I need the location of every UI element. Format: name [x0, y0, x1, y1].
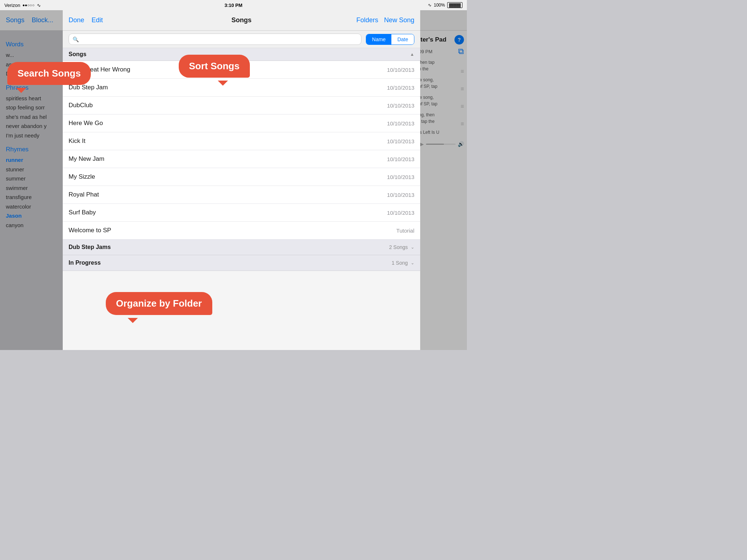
song-date: 10/10/2013 — [387, 85, 414, 91]
folder-meta-1: 2 Songs ⌄ — [389, 244, 414, 250]
songs-group-header[interactable]: Songs ▲ — [63, 48, 420, 61]
song-date: 10/10/2013 — [387, 67, 414, 73]
song-date: 10/10/2013 — [387, 120, 414, 127]
folder-row-1[interactable]: Dub Step Jams 2 Songs ⌄ — [63, 240, 420, 255]
table-row[interactable]: Here We Go 10/10/2013 — [63, 114, 420, 132]
songs-group-meta: ▲ — [410, 52, 414, 57]
modal-nav-right: Folders New Song — [356, 16, 414, 24]
signal-icon: ●●○○○ — [22, 3, 34, 7]
table-row[interactable]: Dub Step Jam 10/10/2013 — [63, 79, 420, 97]
table-row[interactable]: My New Jam 10/10/2013 — [63, 150, 420, 168]
bluetooth-icon: ∿ — [428, 3, 431, 8]
battery-label: 100% — [434, 3, 445, 8]
edit-button[interactable]: Edit — [92, 16, 103, 24]
folder-row-2[interactable]: In Progress 1 Song ⌄ — [63, 255, 420, 271]
songs-list: Songs ▲ Don't Treat Her Wrong 10/10/2013… — [63, 48, 420, 350]
folder-count-2: 1 Song — [392, 260, 408, 266]
song-name: Surf Baby — [69, 209, 96, 216]
song-date: 10/10/2013 — [387, 210, 414, 216]
status-right: ∿ 100% ▓▓▓▓ — [428, 2, 462, 8]
folder-name-1: Dub Step Jams — [69, 244, 111, 250]
sort-by-date-button[interactable]: Date — [391, 34, 414, 44]
search-icon: 🔍 — [73, 36, 79, 42]
song-date: 10/10/2013 — [387, 174, 414, 180]
carrier-label: Verizon — [4, 3, 20, 8]
search-input[interactable] — [81, 36, 357, 42]
folder-name-2: In Progress — [69, 260, 101, 266]
table-row[interactable]: My Sizzle 10/10/2013 — [63, 168, 420, 186]
song-name: My Sizzle — [69, 173, 95, 180]
folder-meta-2: 1 Song ⌄ — [392, 260, 414, 266]
folders-button[interactable]: Folders — [356, 16, 378, 24]
search-input-wrap[interactable]: 🔍 — [69, 34, 361, 45]
table-row[interactable]: DubClub 10/10/2013 — [63, 97, 420, 114]
folder-chevron-1: ⌄ — [411, 245, 414, 250]
new-song-button[interactable]: New Song — [384, 16, 414, 24]
songs-group-title: Songs — [69, 51, 86, 58]
song-name: Kick It — [69, 137, 85, 145]
song-name: Here We Go — [69, 120, 103, 127]
status-bar: Verizon ●●○○○ ∿ 3:10 PM ∿ 100% ▓▓▓▓ — [0, 0, 467, 10]
wifi-icon: ∿ — [37, 3, 41, 8]
song-date: 10/10/2013 — [387, 156, 414, 162]
folder-count-1: 2 Songs — [389, 244, 408, 250]
sort-toggle: Name Date — [366, 34, 414, 45]
song-name: Don't Treat Her Wrong — [69, 66, 130, 73]
modal-title: Songs — [231, 16, 251, 24]
song-name: Dub Step Jam — [69, 84, 108, 91]
song-date: 10/10/2013 — [387, 102, 414, 109]
table-row[interactable]: Surf Baby 10/10/2013 — [63, 204, 420, 222]
song-name: My New Jam — [69, 155, 104, 163]
table-row[interactable]: Royal Phat 10/10/2013 — [63, 186, 420, 204]
table-row[interactable]: Welcome to SP Tutorial — [63, 222, 420, 240]
songs-group-chevron-up: ▲ — [410, 52, 414, 57]
modal-nav: Done Edit Songs Folders New Song — [63, 10, 420, 31]
battery-icon: ▓▓▓▓ — [447, 2, 462, 8]
status-left: Verizon ●●○○○ ∿ — [4, 3, 41, 8]
table-row[interactable]: Don't Treat Her Wrong 10/10/2013 — [63, 61, 420, 79]
table-row[interactable]: Kick It 10/10/2013 — [63, 132, 420, 150]
sort-by-name-button[interactable]: Name — [366, 34, 391, 44]
modal-nav-left: Done Edit — [69, 16, 103, 24]
done-button[interactable]: Done — [69, 16, 84, 24]
song-name: Welcome to SP — [69, 227, 111, 234]
song-date: Tutorial — [396, 228, 414, 234]
songs-panel: Done Edit Songs Folders New Song 🔍 Name … — [63, 10, 420, 350]
song-date: 10/10/2013 — [387, 138, 414, 144]
status-time: 3:10 PM — [224, 3, 242, 8]
folder-chevron-2: ⌄ — [411, 260, 414, 265]
song-name: Royal Phat — [69, 191, 99, 198]
song-date: 10/10/2013 — [387, 192, 414, 198]
search-bar-row: 🔍 Name Date — [63, 31, 420, 48]
song-name: DubClub — [69, 102, 93, 109]
